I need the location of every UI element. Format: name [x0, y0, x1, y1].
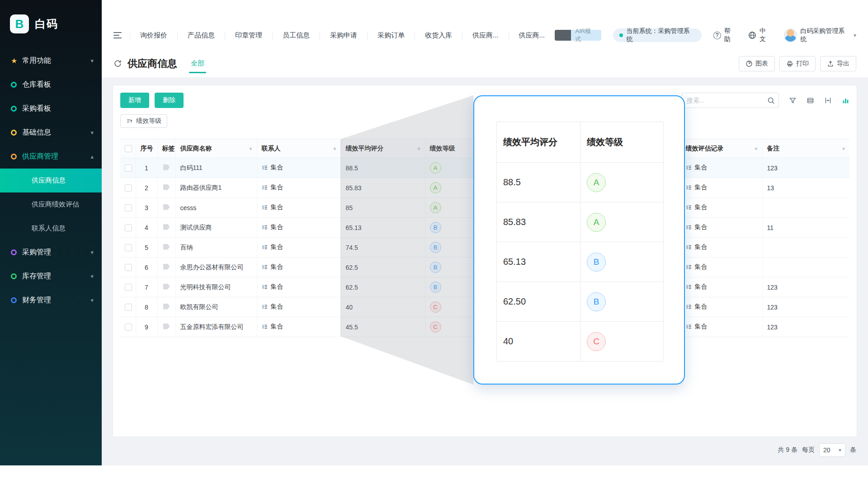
topnav-tabs: 询价报价产品信息印章管理员工信息采购申请采购订单收货入库供应商...供应商...: [130, 31, 555, 40]
row-checkbox[interactable]: [125, 284, 132, 291]
select-all-checkbox[interactable]: [125, 145, 132, 152]
header-grade: 绩效等级: [425, 139, 475, 158]
contact-collection-link[interactable]: 集合: [262, 303, 283, 311]
cell-index: 8: [136, 297, 157, 317]
record-collection-link[interactable]: 集合: [686, 203, 708, 211]
contact-collection-link[interactable]: 集合: [262, 164, 283, 172]
row-checkbox[interactable]: [125, 244, 132, 251]
header-contact: 联系人▼: [257, 139, 341, 158]
air-mode-label: AIR模式: [571, 30, 601, 41]
logo-text: 白码: [35, 17, 58, 31]
search-input[interactable]: [682, 93, 779, 108]
delete-button[interactable]: 删除: [155, 93, 184, 108]
circle-icon: [11, 273, 17, 279]
sidebar-item-inventory-management[interactable]: 库存管理 ▾: [0, 264, 102, 288]
filter-caret-icon[interactable]: ▼: [417, 146, 421, 151]
topnav-tab[interactable]: 采购订单: [367, 31, 415, 40]
record-collection-link[interactable]: 集合: [686, 263, 708, 271]
add-button[interactable]: 新增: [120, 93, 149, 108]
page-size-select[interactable]: 20 ▾: [819, 443, 845, 457]
record-collection-link[interactable]: 集合: [686, 283, 708, 291]
sidebar-item-label: 仓库看板: [22, 80, 94, 89]
grade-badge: B: [587, 253, 606, 272]
contact-collection-link[interactable]: 集合: [262, 243, 283, 251]
user-system-label: 白码采购管理系统: [800, 27, 850, 43]
grade-badge: A: [587, 173, 606, 192]
record-collection-link[interactable]: 集合: [686, 164, 708, 172]
language-switch[interactable]: 中文: [748, 27, 772, 43]
export-button[interactable]: 导出: [820, 56, 856, 71]
topnav-tab[interactable]: 印章管理: [225, 31, 272, 40]
avatar: [784, 28, 797, 42]
sidebar-item-purchase-board[interactable]: 采购看板: [0, 97, 102, 121]
sidebar-menu: ★ 常用功能 ▾ 仓库看板 采购看板 基础信息 ▾ 供应商管理 ▴: [0, 49, 102, 312]
refresh-button[interactable]: [113, 59, 122, 68]
row-checkbox[interactable]: [125, 324, 132, 331]
cell-supplier-name: 白码111: [175, 158, 257, 178]
record-collection-link[interactable]: 集合: [686, 183, 708, 192]
contact-collection-link[interactable]: 集合: [262, 203, 283, 211]
help-button[interactable]: ? 帮助: [713, 27, 736, 43]
current-system-badge: 当前系统：采购管理系统: [613, 28, 702, 42]
grade-filter-chip[interactable]: 绩效等级: [120, 114, 167, 128]
cell-index: 5: [136, 238, 157, 258]
bar-chart-icon[interactable]: [842, 97, 849, 104]
header-score: 绩效平均评分▼: [341, 139, 425, 158]
sidebar-item-purchase-management[interactable]: 采购管理 ▾: [0, 240, 102, 264]
sidebar-item-finance-management[interactable]: 财务管理 ▾: [0, 288, 102, 312]
filter-caret-icon[interactable]: ▼: [333, 146, 337, 151]
air-mode-toggle[interactable]: AIR模式: [555, 30, 601, 41]
tab-all[interactable]: 全部: [191, 59, 204, 68]
topnav-tab[interactable]: 产品信息: [177, 31, 225, 40]
row-checkbox[interactable]: [125, 184, 132, 192]
row-checkbox[interactable]: [125, 164, 132, 172]
record-collection-link[interactable]: 集合: [686, 323, 708, 331]
record-collection-link[interactable]: 集合: [686, 243, 708, 251]
filter-caret-icon[interactable]: ▼: [754, 146, 759, 151]
row-checkbox[interactable]: [125, 224, 132, 231]
chart-button[interactable]: 图表: [739, 56, 775, 71]
sidebar-item-supplier-management[interactable]: 供应商管理 ▴: [0, 145, 102, 169]
filter-caret-icon[interactable]: ▼: [841, 146, 846, 151]
sidebar-item-basic-info[interactable]: 基础信息 ▾: [0, 121, 102, 145]
sidebar-subitem-contact-info[interactable]: 联系人信息: [0, 216, 102, 240]
sidebar-item-warehouse-board[interactable]: 仓库看板: [0, 73, 102, 97]
contact-collection-link[interactable]: 集合: [262, 263, 283, 271]
row-checkbox[interactable]: [125, 304, 132, 311]
topnav-tab[interactable]: 供应商...: [509, 31, 555, 40]
search-icon[interactable]: [767, 97, 775, 104]
print-button[interactable]: 打印: [779, 56, 816, 71]
row-checkbox[interactable]: [125, 264, 132, 271]
contact-collection-link[interactable]: 集合: [262, 183, 283, 192]
row-settings-icon[interactable]: [807, 97, 814, 104]
top-nav-bar: 询价报价产品信息印章管理员工信息采购申请采购订单收货入库供应商...供应商...…: [102, 0, 868, 50]
contact-collection-link[interactable]: 集合: [262, 223, 283, 231]
filter-caret-icon[interactable]: ▼: [249, 146, 253, 151]
contact-collection-link[interactable]: 集合: [262, 323, 283, 331]
logo-icon: B: [10, 14, 29, 33]
sidebar-subitem-supplier-info[interactable]: 供应商信息: [0, 169, 102, 192]
grade-badge: B: [430, 222, 441, 233]
record-collection-link[interactable]: 集合: [686, 223, 708, 231]
topnav-tab[interactable]: 员工信息: [272, 31, 320, 40]
pie-chart-icon: [745, 60, 753, 67]
user-menu[interactable]: 白码采购管理系统 ▾: [784, 27, 856, 43]
cell-remark: [762, 238, 849, 258]
collection-icon: [262, 264, 268, 270]
topnav-tab[interactable]: 供应商...: [462, 31, 509, 40]
popup-cell-score: 88.5: [497, 163, 580, 202]
column-width-icon[interactable]: [824, 97, 832, 104]
contact-collection-link[interactable]: 集合: [262, 283, 283, 291]
topnav-tab[interactable]: 采购申请: [320, 31, 367, 40]
grade-badge: A: [430, 182, 441, 193]
topnav-tab[interactable]: 询价报价: [130, 31, 177, 40]
collection-icon: [686, 244, 692, 250]
sidebar-subitem-supplier-performance[interactable]: 供应商绩效评估: [0, 192, 102, 216]
collapse-menu-icon[interactable]: [113, 32, 122, 38]
record-collection-link[interactable]: 集合: [686, 303, 708, 311]
row-checkbox[interactable]: [125, 204, 132, 211]
collection-icon: [262, 244, 268, 250]
sidebar-item-common-functions[interactable]: ★ 常用功能 ▾: [0, 49, 102, 73]
topnav-tab[interactable]: 收货入库: [415, 31, 462, 40]
filter-icon[interactable]: [789, 97, 797, 104]
